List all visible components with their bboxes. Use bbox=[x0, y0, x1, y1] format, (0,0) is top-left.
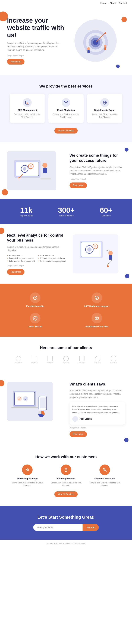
client-logo-shape-6 bbox=[95, 356, 100, 361]
service-cards-container: SEO Management Sample text. Click to sel… bbox=[5, 94, 127, 123]
hero-read-more-button[interactable]: Read More bbox=[7, 59, 24, 64]
client-logo-2: COMTLY bbox=[28, 356, 41, 364]
footer: Sample text. Click to select the Text El… bbox=[0, 540, 132, 548]
social-icon bbox=[100, 98, 109, 107]
create-blob-right bbox=[125, 148, 129, 152]
analytics-list-item-2: Pick up the tool bbox=[38, 254, 66, 256]
stat-countries: 60+ Countries bbox=[100, 206, 112, 217]
analytics-list-item-4: Integrate it on your business bbox=[38, 257, 66, 259]
svg-point-56 bbox=[104, 469, 105, 470]
analytics-list: Pick up the tool Pick up the tool Integr… bbox=[7, 254, 66, 262]
analytics-svg bbox=[76, 237, 115, 271]
feature-flexible-title: Flexible benefits bbox=[7, 305, 63, 308]
footer-text: Sample text. Click to select the Text El… bbox=[3, 542, 129, 544]
create-blob-left bbox=[2, 189, 8, 196]
how-card-marketing: Marketing Strategy Sample text. Click to… bbox=[10, 464, 45, 487]
svg-point-13 bbox=[27, 103, 28, 104]
client-logos-container: COMTLY COMTLY COMTLY COMTLY COMTLY COMTL… bbox=[5, 356, 127, 364]
cta-submit-button[interactable]: Submit bbox=[82, 524, 99, 531]
client-logo-7: COMTLY bbox=[107, 356, 120, 364]
author-avatar bbox=[72, 416, 78, 422]
email-card-desc: Sample text. Click to select the Text El… bbox=[52, 113, 80, 119]
testimonial-svg bbox=[10, 384, 50, 419]
target-illustration bbox=[78, 23, 113, 58]
view-all-services-button[interactable]: View All Services bbox=[54, 128, 77, 134]
hero-blob-right-top bbox=[122, 17, 127, 22]
create-image-credit: Image from Freepik bbox=[69, 178, 125, 180]
email-card-title: Email Marketing bbox=[52, 109, 80, 112]
social-card-title: Social Media Promt bbox=[90, 109, 119, 112]
stat-team-number: 300+ bbox=[58, 206, 75, 214]
hero-illustration bbox=[66, 20, 125, 62]
nav-about[interactable]: About bbox=[110, 2, 116, 4]
feature-price-title: Affordable Price Plan bbox=[69, 325, 125, 328]
service-card-seo: SEO Management Sample text. Click to sel… bbox=[10, 94, 45, 123]
stats-section: 11k Happy Clients 300+ Team Members 60+ … bbox=[0, 199, 132, 224]
testimonial-content: What's clients says Sample text. Click t… bbox=[63, 382, 125, 437]
create-read-more-button[interactable]: Read More bbox=[69, 182, 87, 188]
testimonial-blob-left bbox=[0, 380, 4, 386]
analytics-img-box bbox=[73, 234, 119, 273]
stat-countries-label: Countries bbox=[100, 214, 112, 217]
hero-section: Increase your website traffic with us! S… bbox=[0, 6, 132, 75]
cta-form: Submit bbox=[5, 524, 127, 531]
testimonial-image-credit: Image from Freepik bbox=[69, 427, 125, 429]
svg-rect-20 bbox=[16, 162, 39, 176]
seo-card-title: SEO Management bbox=[13, 109, 42, 112]
how-card-keyword-desc: Sample text. Click to select the Text El… bbox=[87, 481, 122, 487]
nav-home[interactable]: Home bbox=[101, 2, 107, 4]
how-card-seo-desc: Sample text. Click to select the Text El… bbox=[48, 481, 84, 487]
analytics-image-credit: Image from Freepik bbox=[7, 264, 66, 267]
feature-price: Affordable Price Plan bbox=[69, 313, 125, 328]
how-card-marketing-title: Marketing Strategy bbox=[10, 477, 45, 480]
create-img-box bbox=[7, 151, 56, 190]
client-logo-5: COMTLY bbox=[76, 356, 88, 364]
svg-rect-53 bbox=[27, 470, 28, 471]
nav-contact[interactable]: Contact bbox=[119, 2, 127, 4]
svg-point-37 bbox=[108, 251, 113, 255]
create-description: Sample text. Click to Egestas egestas fr… bbox=[69, 166, 125, 176]
social-card-desc: Sample text. Click to select the Text El… bbox=[90, 113, 119, 119]
svg-point-22 bbox=[23, 167, 26, 171]
cta-email-input[interactable] bbox=[33, 524, 82, 531]
analytics-list-item-5: Let's monitor the engagement bbox=[7, 260, 35, 262]
how-card-seo: SEO Implements Sample text. Click to sel… bbox=[48, 464, 84, 487]
clients-heading: Here are some of our clients bbox=[5, 346, 127, 350]
analytics-heading: Next level analytics for control your bu… bbox=[7, 233, 66, 243]
svg-point-41 bbox=[96, 298, 97, 299]
how-cards-container: Marketing Strategy Sample text. Click to… bbox=[5, 464, 127, 487]
how-view-all-button[interactable]: View All Services bbox=[54, 492, 77, 497]
hero-blob-left bbox=[0, 12, 8, 21]
testimonial-read-more-button[interactable]: Read More bbox=[69, 431, 87, 437]
testimonial-description: Sample text. Click to Egestas egestas fr… bbox=[69, 389, 125, 399]
services-heading: We provide the best services bbox=[5, 84, 127, 88]
client-logo-label-7: COMTLY bbox=[110, 362, 117, 364]
create-heading: We create some things for your success f… bbox=[69, 153, 125, 163]
service-card-email: Email Marketing Sample text. Click to se… bbox=[48, 94, 84, 123]
svg-rect-26 bbox=[43, 168, 47, 173]
quote-author: Nick Larsen bbox=[72, 416, 122, 422]
create-illustration bbox=[7, 151, 63, 190]
price-icon bbox=[91, 313, 102, 324]
how-view-all-container: View All Services bbox=[5, 492, 127, 497]
analytics-list-item-3: Integrate it on your business bbox=[7, 257, 35, 259]
support-icon bbox=[91, 292, 102, 303]
feature-secure: 100% Secure bbox=[7, 313, 63, 328]
svg-rect-27 bbox=[41, 178, 51, 180]
analytics-list-item-6: Let's monitor the engagement bbox=[38, 260, 66, 262]
analytics-blob-left bbox=[0, 228, 4, 234]
features-section: Flexible benefits 24/7 Dedicated support… bbox=[0, 284, 132, 337]
hero-blob-right-bottom bbox=[116, 64, 120, 68]
svg-point-9 bbox=[104, 45, 107, 47]
analytics-blob-right bbox=[125, 274, 129, 278]
client-logo-shape-2 bbox=[32, 356, 37, 361]
hero-image-credit: Image from Freepik bbox=[7, 55, 66, 57]
stat-happy-clients: 11k Happy Clients bbox=[20, 206, 33, 217]
client-logo-shape-7 bbox=[111, 356, 116, 361]
feature-flexible: Flexible benefits bbox=[7, 292, 63, 308]
analytics-read-more-button[interactable]: Read More bbox=[7, 269, 24, 275]
testimonial-illustration bbox=[7, 382, 63, 421]
feature-support-title: 24/7 Dedicated support bbox=[69, 305, 125, 308]
stat-team-label: Team Members bbox=[58, 214, 75, 217]
testimonial-section: What's clients says Sample text. Click t… bbox=[0, 373, 132, 446]
